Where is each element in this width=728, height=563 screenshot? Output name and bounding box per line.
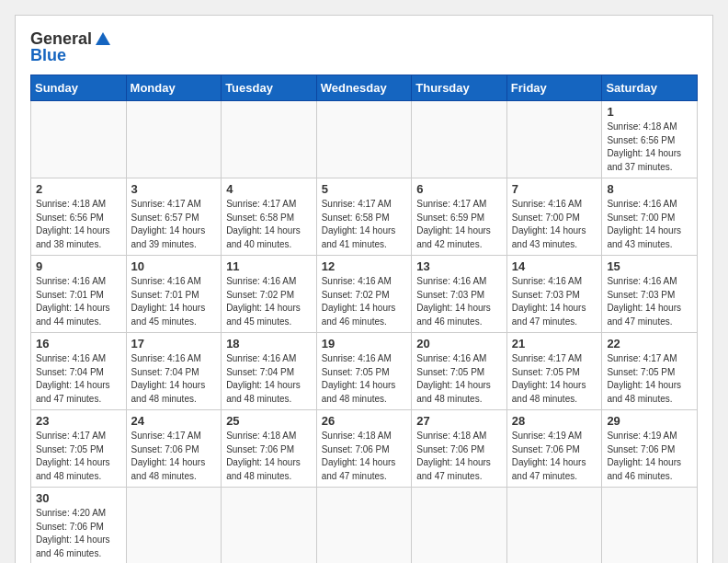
calendar-week-4: 23Sunrise: 4:17 AM Sunset: 7:05 PM Dayli… <box>31 410 698 488</box>
calendar-week-1: 2Sunrise: 4:18 AM Sunset: 6:56 PM Daylig… <box>31 178 698 256</box>
cell-sun-info: Sunrise: 4:16 AM Sunset: 7:01 PM Dayligh… <box>36 275 121 328</box>
calendar-cell: 21Sunrise: 4:17 AM Sunset: 7:05 PM Dayli… <box>506 333 602 410</box>
day-number: 17 <box>131 337 217 350</box>
cell-sun-info: Sunrise: 4:18 AM Sunset: 6:56 PM Dayligh… <box>36 198 121 251</box>
cell-sun-info: Sunrise: 4:16 AM Sunset: 7:02 PM Dayligh… <box>322 275 407 328</box>
day-number: 3 <box>131 182 217 196</box>
day-number: 5 <box>322 182 407 196</box>
cell-sun-info: Sunrise: 4:17 AM Sunset: 6:57 PM Dayligh… <box>131 198 217 251</box>
cell-sun-info: Sunrise: 4:16 AM Sunset: 7:03 PM Dayligh… <box>512 275 597 328</box>
day-number: 1 <box>607 105 692 119</box>
calendar-cell <box>126 101 222 178</box>
day-number: 13 <box>416 259 502 273</box>
cell-sun-info: Sunrise: 4:17 AM Sunset: 6:58 PM Dayligh… <box>226 198 312 251</box>
cell-sun-info: Sunrise: 4:17 AM Sunset: 7:05 PM Dayligh… <box>607 352 692 406</box>
cell-sun-info: Sunrise: 4:16 AM Sunset: 7:04 PM Dayligh… <box>131 352 217 406</box>
calendar-cell: 8Sunrise: 4:16 AM Sunset: 7:00 PM Daylig… <box>602 178 698 256</box>
calendar-cell <box>31 101 127 178</box>
day-number: 23 <box>36 414 121 428</box>
calendar-cell: 22Sunrise: 4:17 AM Sunset: 7:05 PM Dayli… <box>602 333 698 410</box>
logo-general-text: General <box>30 30 92 47</box>
logo-blue-text: Blue <box>30 47 66 63</box>
logo-triangle-icon <box>96 32 110 45</box>
calendar-container: General Blue SundayMondayTuesdayWednesda… <box>15 15 713 563</box>
day-number: 24 <box>131 414 217 428</box>
calendar-cell: 23Sunrise: 4:17 AM Sunset: 7:05 PM Dayli… <box>31 410 127 488</box>
calendar-cell: 3Sunrise: 4:17 AM Sunset: 6:57 PM Daylig… <box>126 178 222 256</box>
calendar-cell: 27Sunrise: 4:18 AM Sunset: 7:06 PM Dayli… <box>412 410 507 488</box>
cell-sun-info: Sunrise: 4:16 AM Sunset: 7:03 PM Dayligh… <box>607 275 692 328</box>
calendar-cell <box>222 488 317 564</box>
cell-sun-info: Sunrise: 4:19 AM Sunset: 7:06 PM Dayligh… <box>512 430 597 483</box>
cell-sun-info: Sunrise: 4:19 AM Sunset: 7:06 PM Dayligh… <box>607 430 692 483</box>
day-number: 7 <box>512 182 597 196</box>
calendar-table: SundayMondayTuesdayWednesdayThursdayFrid… <box>30 75 698 563</box>
day-number: 22 <box>607 337 692 350</box>
calendar-cell: 17Sunrise: 4:16 AM Sunset: 7:04 PM Dayli… <box>126 333 222 410</box>
calendar-cell <box>316 101 412 178</box>
cell-sun-info: Sunrise: 4:16 AM Sunset: 7:05 PM Dayligh… <box>416 352 502 406</box>
weekday-header-monday: Monday <box>126 75 222 101</box>
weekday-header-sunday: Sunday <box>31 75 127 101</box>
day-number: 8 <box>607 182 692 196</box>
day-number: 18 <box>226 337 312 350</box>
calendar-cell <box>506 101 602 178</box>
calendar-cell: 15Sunrise: 4:16 AM Sunset: 7:03 PM Dayli… <box>602 256 698 333</box>
calendar-cell: 20Sunrise: 4:16 AM Sunset: 7:05 PM Dayli… <box>412 333 507 410</box>
calendar-week-2: 9Sunrise: 4:16 AM Sunset: 7:01 PM Daylig… <box>31 256 698 333</box>
calendar-thead: SundayMondayTuesdayWednesdayThursdayFrid… <box>31 75 698 101</box>
calendar-cell <box>412 101 507 178</box>
calendar-cell: 29Sunrise: 4:19 AM Sunset: 7:06 PM Dayli… <box>602 410 698 488</box>
cell-sun-info: Sunrise: 4:17 AM Sunset: 7:05 PM Dayligh… <box>512 352 597 406</box>
day-number: 11 <box>226 259 312 273</box>
calendar-cell: 26Sunrise: 4:18 AM Sunset: 7:06 PM Dayli… <box>316 410 412 488</box>
calendar-cell: 6Sunrise: 4:17 AM Sunset: 6:59 PM Daylig… <box>412 178 507 256</box>
day-number: 26 <box>322 414 407 428</box>
calendar-week-0: 1Sunrise: 4:18 AM Sunset: 6:56 PM Daylig… <box>31 101 698 178</box>
day-number: 30 <box>36 491 121 505</box>
weekday-header-friday: Friday <box>506 75 602 101</box>
calendar-cell: 24Sunrise: 4:17 AM Sunset: 7:06 PM Dayli… <box>126 410 222 488</box>
calendar-cell: 14Sunrise: 4:16 AM Sunset: 7:03 PM Dayli… <box>506 256 602 333</box>
weekday-header-tuesday: Tuesday <box>222 75 317 101</box>
weekday-header-row: SundayMondayTuesdayWednesdayThursdayFrid… <box>31 75 698 101</box>
day-number: 14 <box>512 259 597 273</box>
day-number: 21 <box>512 337 597 350</box>
calendar-cell: 10Sunrise: 4:16 AM Sunset: 7:01 PM Dayli… <box>126 256 222 333</box>
calendar-cell: 9Sunrise: 4:16 AM Sunset: 7:01 PM Daylig… <box>31 256 127 333</box>
day-number: 20 <box>416 337 502 350</box>
cell-sun-info: Sunrise: 4:17 AM Sunset: 6:59 PM Dayligh… <box>416 198 502 251</box>
calendar-cell <box>126 488 222 564</box>
day-number: 27 <box>416 414 502 428</box>
weekday-header-thursday: Thursday <box>412 75 507 101</box>
day-number: 28 <box>512 414 597 428</box>
day-number: 6 <box>416 182 502 196</box>
calendar-week-5: 30Sunrise: 4:20 AM Sunset: 7:06 PM Dayli… <box>31 488 698 564</box>
cell-sun-info: Sunrise: 4:17 AM Sunset: 6:58 PM Dayligh… <box>322 198 407 251</box>
calendar-cell <box>602 488 698 564</box>
cell-sun-info: Sunrise: 4:17 AM Sunset: 7:06 PM Dayligh… <box>131 430 217 483</box>
cell-sun-info: Sunrise: 4:16 AM Sunset: 7:00 PM Dayligh… <box>607 198 692 251</box>
calendar-cell: 28Sunrise: 4:19 AM Sunset: 7:06 PM Dayli… <box>506 410 602 488</box>
calendar-cell: 19Sunrise: 4:16 AM Sunset: 7:05 PM Dayli… <box>316 333 412 410</box>
calendar-cell <box>316 488 412 564</box>
calendar-cell: 18Sunrise: 4:16 AM Sunset: 7:04 PM Dayli… <box>222 333 317 410</box>
calendar-cell: 13Sunrise: 4:16 AM Sunset: 7:03 PM Dayli… <box>412 256 507 333</box>
cell-sun-info: Sunrise: 4:16 AM Sunset: 7:04 PM Dayligh… <box>36 352 121 406</box>
day-number: 4 <box>226 182 312 196</box>
cell-sun-info: Sunrise: 4:18 AM Sunset: 6:56 PM Dayligh… <box>607 121 692 174</box>
weekday-header-saturday: Saturday <box>602 75 698 101</box>
calendar-body: 1Sunrise: 4:18 AM Sunset: 6:56 PM Daylig… <box>31 101 698 564</box>
day-number: 25 <box>226 414 312 428</box>
calendar-cell: 25Sunrise: 4:18 AM Sunset: 7:06 PM Dayli… <box>222 410 317 488</box>
cell-sun-info: Sunrise: 4:20 AM Sunset: 7:06 PM Dayligh… <box>36 507 121 560</box>
cell-sun-info: Sunrise: 4:16 AM Sunset: 7:05 PM Dayligh… <box>322 352 407 406</box>
cell-sun-info: Sunrise: 4:17 AM Sunset: 7:05 PM Dayligh… <box>36 430 121 483</box>
logo: General Blue <box>30 30 110 63</box>
calendar-cell <box>506 488 602 564</box>
calendar-cell: 16Sunrise: 4:16 AM Sunset: 7:04 PM Dayli… <box>31 333 127 410</box>
calendar-cell <box>412 488 507 564</box>
cell-sun-info: Sunrise: 4:16 AM Sunset: 7:01 PM Dayligh… <box>131 275 217 328</box>
calendar-cell <box>222 101 317 178</box>
calendar-cell: 5Sunrise: 4:17 AM Sunset: 6:58 PM Daylig… <box>316 178 412 256</box>
